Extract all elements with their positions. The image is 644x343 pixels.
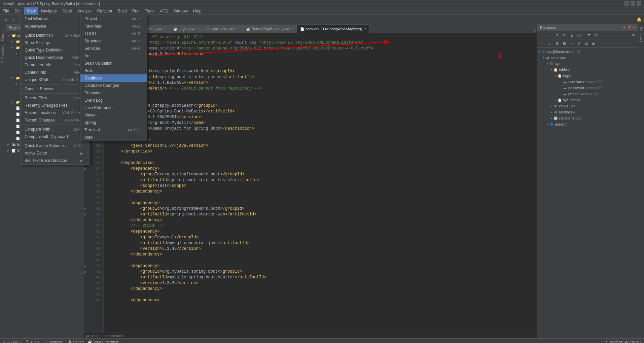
db-filter-button[interactable]: ⚗ [630, 32, 637, 38]
menu-edit[interactable]: Edit [12, 7, 24, 15]
right-tab-sidebar[interactable]: Event Log [639, 24, 644, 45]
tab-login-close[interactable]: × [198, 27, 199, 30]
notifications-button[interactable]: 🔔 [635, 16, 643, 23]
db-schema-button[interactable]: 🗄 [568, 32, 575, 38]
db-compare-button[interactable]: ⇔ [568, 40, 575, 46]
submenu-terminal[interactable]: Terminal Alt+F12 [80, 126, 147, 134]
tab-logincontroller-close[interactable]: × [164, 27, 166, 30]
submenu-web[interactable]: Web [80, 134, 147, 141]
menu-recent-changes[interactable]: Recent Changes Alt+Shift+C [21, 116, 90, 124]
code-editor[interactable]: ⊟ ⊟ ↺ ⊟ [83, 33, 537, 333]
submenu-todo[interactable]: TODO Alt+6 [80, 30, 147, 37]
db-tables-item[interactable]: ▾ 📋 tables 2 [537, 67, 638, 73]
status-build[interactable]: 🔨 Build [26, 340, 39, 343]
db-sql-button[interactable]: SQL [576, 32, 582, 38]
menu-recent-locations[interactable]: Recent Locations Ctrl+Shift+E [21, 109, 90, 116]
menu-bidi-text[interactable]: Bidi Text Base Direction ▶ [21, 157, 90, 164]
menu-appearance[interactable]: Appearance ▶ [21, 23, 90, 30]
menu-open-in-browser[interactable]: Open in Browser ▶ [21, 85, 90, 93]
submenu-structure[interactable]: Structure Alt+7 [80, 37, 147, 45]
menu-file[interactable]: File [0, 7, 12, 15]
db-copy-button[interactable]: ⎘ [576, 40, 582, 46]
db-connection-item[interactable]: ▾ 🖥 sys@localhost 1 of 8 [537, 48, 638, 55]
db-collapse-button[interactable]: ⊟ [561, 40, 568, 46]
menu-navigate[interactable]: Navigate [38, 7, 60, 15]
tab-demo2app-close[interactable]: × [291, 27, 293, 30]
db-views-item[interactable]: ▸ 👁 views 100 [537, 103, 638, 109]
db-paste-button[interactable]: ⊔ [583, 40, 590, 46]
menu-quick-type-def[interactable]: Quick Type Definition [21, 46, 90, 54]
submenu-event-log[interactable]: Event Log [80, 97, 147, 104]
tab-yml-close[interactable]: × [237, 27, 239, 30]
db-pin-icon[interactable]: 📌 [627, 25, 632, 30]
status-terminal[interactable]: ⬛ Terminal [43, 340, 63, 343]
db-username-col[interactable]: ▸ ▬ userName varchar(15) [537, 79, 638, 85]
db-expand-button[interactable]: ⊞ [553, 40, 560, 46]
db-users-item[interactable]: ▸ 👤 users 2 [537, 121, 638, 127]
submenu-spring[interactable]: Spring [80, 119, 147, 126]
code-content[interactable]: <?xml version="1.0" encoding="UTF-8"?> <… [104, 33, 537, 333]
toolbar-forward-button[interactable]: ▷ [9, 16, 17, 23]
status-todo[interactable]: ✓ 6: TODO [3, 340, 22, 343]
db-login-table[interactable]: ▾ 📋 login [537, 73, 638, 79]
submenu-services[interactable]: Services Alt+8 [80, 45, 147, 52]
tab-login[interactable]: ☕ Login.java × [170, 25, 203, 33]
menu-active-editor[interactable]: Active Editor ▶ [21, 149, 90, 157]
menu-context-info[interactable]: Context Info Alt+Q [21, 69, 90, 76]
submenu-endpoints[interactable]: Endpoints [80, 89, 147, 97]
db-collations-item[interactable]: ▸ 🔤 collations 222 [537, 115, 638, 121]
structure-tab[interactable]: Structure [0, 26, 5, 43]
window-controls[interactable]: – □ × [624, 1, 641, 6]
db-phone-col[interactable]: ▸ ▬ phone varchar(15) [537, 91, 638, 97]
menu-recently-changed[interactable]: Recently Changed Files [21, 102, 90, 109]
db-minus-button[interactable]: − [546, 32, 553, 38]
menu-param-info[interactable]: Parameter Info Ctrl+P [21, 61, 90, 69]
toolbar-back-button[interactable]: ◁ [1, 16, 9, 23]
submenu-build[interactable]: Build [80, 67, 147, 74]
menu-compare-clipboard[interactable]: Compare with Clipboard [21, 133, 90, 140]
menu-build[interactable]: Build [115, 7, 130, 15]
db-password-col[interactable]: ▸ ▬ password varchar(30) [537, 85, 638, 91]
submenu-db-changes[interactable]: Database Changes [80, 82, 147, 89]
db-edit-button[interactable]: ✎ [561, 32, 568, 38]
menu-recent-files[interactable]: Recent Files Ctrl+E [21, 94, 90, 102]
tab-pomxml[interactable]: 📄 pom.xml (03-Spring-Boot-MyBatis) × [297, 25, 370, 33]
menu-run[interactable]: Run [130, 7, 142, 15]
submenu-ant[interactable]: Ant [80, 52, 147, 60]
db-down-button[interactable]: ↓ [546, 40, 553, 46]
status-spring[interactable]: 🍃 Spring [67, 340, 84, 343]
submenu-database[interactable]: Database [80, 74, 147, 82]
db-refresh-button[interactable]: ↺ [553, 32, 560, 38]
db-run-button[interactable]: ▶ [591, 40, 597, 46]
submenu-project[interactable]: Project Alt+1 [80, 15, 147, 23]
menu-vcs[interactable]: VCS [157, 7, 171, 15]
menu-tool-windows[interactable]: Tool Windows ▶ [21, 15, 90, 23]
db-minimize-icon[interactable]: ─ [633, 25, 635, 30]
menu-show-siblings[interactable]: Show Siblings [21, 39, 90, 46]
menu-view[interactable]: View [24, 7, 38, 15]
favorites-tab[interactable]: 2: Favorites [0, 43, 5, 65]
tab-pomxml-close[interactable]: × [364, 27, 366, 31]
db-schemas-item[interactable]: ▾ 🗂 schemas [537, 55, 638, 61]
menu-window[interactable]: Window [171, 7, 190, 15]
submenu-java-enterprise[interactable]: Java Enterprise [80, 104, 147, 111]
submenu-bean-validation[interactable]: Bean Validation [80, 60, 147, 67]
db-up-button[interactable]: ↑ [539, 40, 545, 46]
db-routines-item[interactable]: ▸ ⚙ routines 47 [537, 109, 638, 115]
db-props-button[interactable]: ⚙ [593, 32, 600, 38]
menu-analyze[interactable]: Analyze [75, 7, 95, 15]
submenu-favorites[interactable]: Favorites Alt+2 [80, 23, 147, 30]
menu-quick-definition[interactable]: Quick Definition Ctrl+Shift+I [21, 32, 90, 39]
db-add-button[interactable]: + [539, 32, 545, 38]
tab-demo2app[interactable]: ☕ Demo2Application.java × [243, 25, 297, 33]
menu-code[interactable]: Code [60, 7, 75, 15]
status-java-enterprise[interactable]: ☕ Java Enterprise [87, 340, 119, 343]
db-sys-config-item[interactable]: ▸ 📋 sys_config [537, 97, 638, 103]
db-settings-icon[interactable]: ⚙ [622, 25, 626, 30]
menu-quick-docs[interactable]: Quick Documentation Ctrl+Q [21, 54, 90, 61]
menu-help[interactable]: Help [190, 7, 204, 15]
minimize-button[interactable]: – [624, 1, 629, 6]
maximize-button[interactable]: □ [631, 1, 635, 6]
menu-unique-xpath[interactable]: Unique XPath Ctrl+Alt+X, P [21, 76, 90, 83]
menu-compare-with[interactable]: Compare With... Ctrl+D [21, 126, 90, 133]
